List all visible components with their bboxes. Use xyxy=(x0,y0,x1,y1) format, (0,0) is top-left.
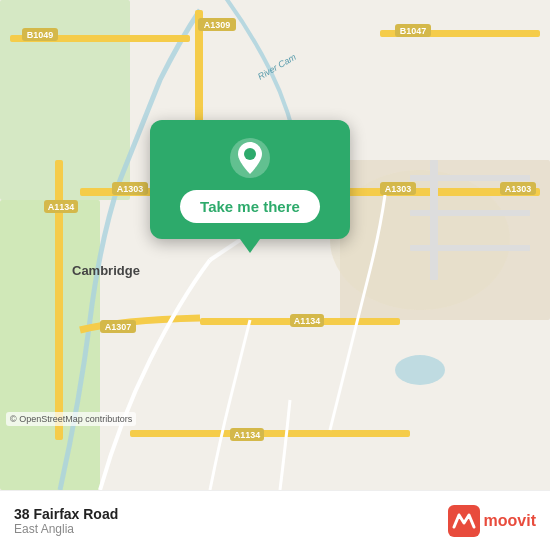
svg-text:A1303: A1303 xyxy=(505,184,532,194)
svg-point-41 xyxy=(244,148,256,160)
svg-rect-16 xyxy=(410,210,530,216)
svg-text:A1307: A1307 xyxy=(105,322,132,332)
take-me-there-button[interactable]: Take me there xyxy=(180,190,320,223)
svg-text:A1303: A1303 xyxy=(385,184,412,194)
svg-text:A1303: A1303 xyxy=(117,184,144,194)
svg-rect-15 xyxy=(410,175,530,181)
svg-point-5 xyxy=(395,355,445,385)
location-pin-icon xyxy=(228,136,272,180)
svg-text:Cambridge: Cambridge xyxy=(72,263,140,278)
svg-text:B1049: B1049 xyxy=(27,30,54,40)
moovit-logo: moovit xyxy=(448,505,536,537)
svg-text:A1134: A1134 xyxy=(294,316,321,326)
moovit-brand-text: moovit xyxy=(484,512,536,530)
moovit-icon xyxy=(448,505,480,537)
svg-text:A1309: A1309 xyxy=(204,20,231,30)
address-area: 38 Fairfax Road East Anglia xyxy=(14,506,118,536)
popup-card: Take me there xyxy=(150,120,350,239)
address-name: 38 Fairfax Road xyxy=(14,506,118,522)
svg-text:B1047: B1047 xyxy=(400,26,427,36)
svg-rect-1 xyxy=(0,0,130,200)
address-region: East Anglia xyxy=(14,522,118,536)
svg-rect-17 xyxy=(410,245,530,251)
svg-text:A1134: A1134 xyxy=(48,202,75,212)
svg-text:A1134: A1134 xyxy=(234,430,261,440)
svg-rect-13 xyxy=(130,430,410,437)
bottom-bar: 38 Fairfax Road East Anglia moovit xyxy=(0,490,550,550)
osm-credit: © OpenStreetMap contributors xyxy=(6,412,136,426)
map-container: B1049 A1309 B1047 A1134 A1303 A1303 A130… xyxy=(0,0,550,490)
